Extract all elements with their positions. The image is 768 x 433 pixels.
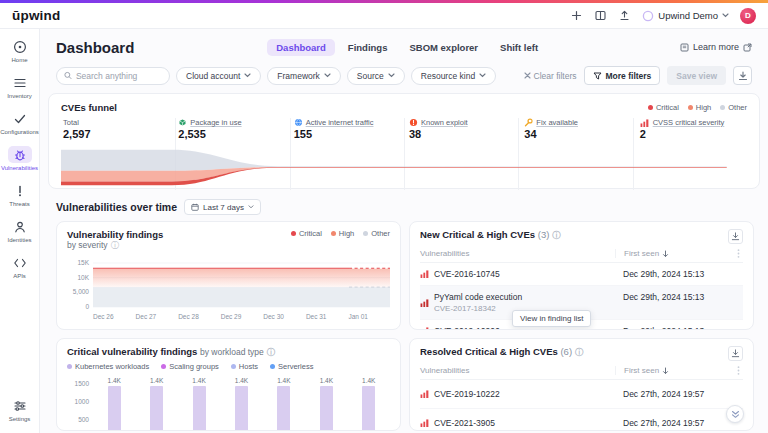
inventory-icon xyxy=(8,74,32,91)
date-range-selector[interactable]: Last 7 days xyxy=(184,199,261,215)
sort-desc-icon xyxy=(662,367,669,375)
tab-shift-left[interactable]: Shift left xyxy=(491,39,547,56)
bar[interactable]: 1.4K xyxy=(108,377,121,431)
bar[interactable]: 1.4K xyxy=(320,377,333,431)
vulnerability-findings-card: Vulnerability findings by severityⓘ Crit… xyxy=(56,221,401,330)
sidebar-item-vulnerabilities[interactable]: Vulnerabilities xyxy=(0,146,39,171)
column-menu-icon[interactable] xyxy=(733,249,743,258)
funnel-stage-active-internet-traffic: Active internet traffic 155 xyxy=(286,118,401,140)
other-dot-icon xyxy=(363,231,368,236)
sidebar-item-apis[interactable]: APIs xyxy=(0,254,39,279)
code-brackets-icon xyxy=(8,254,32,271)
download-icon[interactable] xyxy=(728,229,743,244)
critical-dot-icon xyxy=(291,231,296,236)
new-cves-card: New Critical & High CVEs (3)ⓘ Vulnerabil… xyxy=(409,221,754,330)
learn-more-link[interactable]: Learn more xyxy=(680,42,752,52)
sidebar-item-identities[interactable]: Identities xyxy=(0,218,39,243)
sidebar-item-configurations[interactable]: Configurations xyxy=(0,110,39,135)
high-dot-icon xyxy=(688,105,693,110)
sidebar: Home Inventory Configurations Vulnerabil… xyxy=(0,29,40,433)
docs-icon xyxy=(680,43,689,52)
severity-bars-icon xyxy=(420,327,430,330)
severity-bars-icon xyxy=(420,299,430,307)
info-icon[interactable]: ⓘ xyxy=(552,231,560,240)
calendar-icon xyxy=(191,203,199,211)
severity-bars-icon xyxy=(420,390,430,398)
funnel-stage-total: Total 2,597 xyxy=(61,118,170,140)
funnel-stage-known-exploit: Known exploit 38 xyxy=(401,118,516,140)
scaling-groups-dot-icon xyxy=(161,364,166,369)
stage-value: 2,597 xyxy=(63,128,170,140)
chevron-down-icon xyxy=(324,73,331,78)
severity-legend: Critical High Other xyxy=(291,229,390,238)
filter-source[interactable]: Source xyxy=(347,67,405,85)
bar[interactable]: 1.4K xyxy=(277,377,290,431)
tab-dashboard[interactable]: Dashboard xyxy=(267,39,335,56)
column-menu-icon[interactable] xyxy=(733,366,743,375)
table-row[interactable]: CVE-2021-3905 Dec 27th, 2024 19:57 xyxy=(420,409,743,431)
severity-bars-icon xyxy=(420,419,430,427)
resolved-cves-card: Resolved Critical & High CVEs (6)ⓘ Vulne… xyxy=(409,338,754,431)
info-icon[interactable]: ⓘ xyxy=(111,241,119,250)
save-view-button[interactable]: Save view xyxy=(667,66,726,85)
cves-funnel-card: CVEs funnel Critical High Other Total 2,… xyxy=(48,93,760,189)
other-dot-icon xyxy=(720,105,725,110)
funnel-stage-cvss-critical-severity: CVSS critical severity 2 xyxy=(632,118,747,140)
workload-legend: Kubernetes workloads Scaling groups Host… xyxy=(67,362,390,371)
search-input[interactable] xyxy=(76,71,162,81)
serverless-dot-icon xyxy=(270,364,275,369)
search-icon xyxy=(64,71,72,80)
more-filters-button[interactable]: More filters xyxy=(584,66,661,85)
info-icon[interactable]: ⓘ xyxy=(267,348,275,357)
tab-sbom-explorer[interactable]: SBOM explorer xyxy=(400,39,487,56)
stage-value: 2,535 xyxy=(178,128,285,140)
double-chevron-down-icon xyxy=(731,410,740,419)
sidebar-item-home[interactable]: Home xyxy=(0,38,39,63)
y-axis-labels: 1500 1000 500 xyxy=(67,374,93,431)
org-selector[interactable]: Upwind Demo xyxy=(642,10,729,22)
search-box[interactable] xyxy=(56,67,170,85)
sidebar-item-threats[interactable]: Threats xyxy=(0,182,39,207)
critical-findings-by-workload-card: Critical vulnerability findings by workl… xyxy=(56,338,401,431)
kubernetes-dot-icon xyxy=(67,364,72,369)
critical-dot-icon xyxy=(648,105,653,110)
add-icon[interactable] xyxy=(570,9,583,22)
chevron-down-icon xyxy=(248,205,254,209)
panel-layout-icon[interactable] xyxy=(594,9,607,22)
filter-resource-kind[interactable]: Resource kind xyxy=(411,67,496,85)
funnel-stage-package-in-use: Package in use 2,535 xyxy=(170,118,285,140)
filter-cloud-account[interactable]: Cloud account xyxy=(176,67,261,85)
bar[interactable]: 1.4K xyxy=(235,377,248,431)
alert-icon xyxy=(409,118,418,127)
sidebar-item-settings[interactable]: Settings xyxy=(0,397,39,422)
user-avatar[interactable]: D xyxy=(740,8,756,24)
download-icon[interactable] xyxy=(733,66,752,85)
funnel-stage-fix-available: Fix available 34 xyxy=(516,118,631,140)
table-row[interactable]: CVE-2016-10745 Dec 29th, 2024 15:13 xyxy=(420,263,743,286)
x-axis-labels: Dec 26 Dec 27 Dec 28 Dec 29 Dec 30 Dec 3… xyxy=(93,313,390,320)
download-icon[interactable] xyxy=(728,346,743,361)
page-tabs: Dashboard Findings SBOM explorer Shift l… xyxy=(267,39,547,56)
chevron-down-icon xyxy=(722,13,729,18)
table-row[interactable]: CVE-2019-10222 Dec 27th, 2024 19:57 xyxy=(420,380,743,409)
bar[interactable]: 1.4K xyxy=(192,377,205,431)
bar[interactable]: 1.4K xyxy=(150,377,163,431)
person-icon xyxy=(8,218,32,235)
sidebar-item-inventory[interactable]: Inventory xyxy=(0,74,39,99)
package-icon xyxy=(178,118,187,127)
high-dot-icon xyxy=(331,231,336,236)
funnel-title: CVEs funnel xyxy=(61,102,747,113)
external-link-icon xyxy=(743,43,752,52)
severity-bars-icon xyxy=(640,119,650,127)
clear-filters-link[interactable]: Clear filters xyxy=(524,71,577,81)
info-icon[interactable]: ⓘ xyxy=(575,348,583,357)
export-icon[interactable] xyxy=(618,9,631,22)
close-icon xyxy=(524,72,531,79)
bar[interactable]: 1.4K xyxy=(362,377,375,431)
chevron-down-icon xyxy=(388,73,395,78)
scroll-down-button[interactable] xyxy=(726,405,744,423)
checkmark-icon xyxy=(8,110,32,127)
tab-findings[interactable]: Findings xyxy=(339,39,397,56)
bar-chart: 1500 1000 500 1.4K 1.4K 1.4K 1.4K 1.4K 1… xyxy=(67,374,390,431)
filter-framework[interactable]: Framework xyxy=(267,67,341,85)
